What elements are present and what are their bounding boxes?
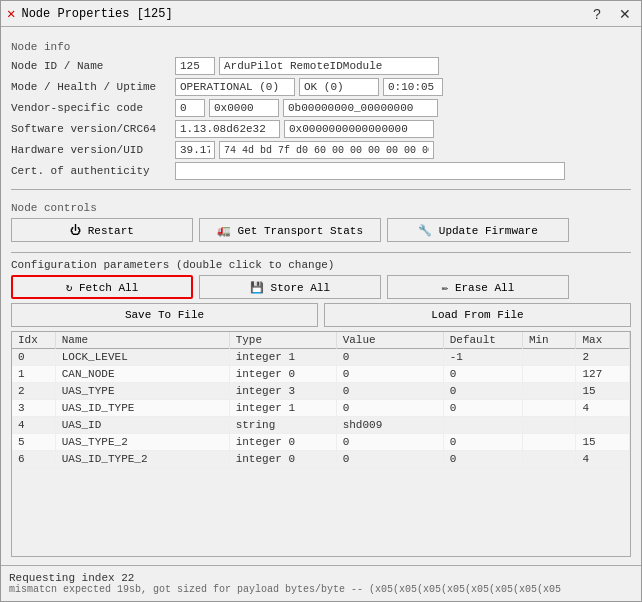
cell-name: CAN_NODE — [55, 366, 229, 383]
title-bar-controls: ? ✕ — [587, 4, 635, 24]
params-table-scroll[interactable]: Idx Name Type Value Default Min Max 0 LO… — [12, 332, 630, 556]
cell-type: integer 3 — [229, 383, 336, 400]
cell-idx: 0 — [12, 349, 55, 366]
cell-default: 0 — [443, 451, 522, 468]
cell-type: integer 0 — [229, 451, 336, 468]
software-label: Software version/CRC64 — [11, 123, 171, 135]
cell-value: 0 — [336, 349, 443, 366]
cell-type: integer 0 — [229, 434, 336, 451]
transport-stats-button[interactable]: 🚛 Get Transport Stats — [199, 218, 381, 242]
col-header-idx: Idx — [12, 332, 55, 349]
window-icon: ✕ — [7, 5, 15, 22]
cell-min — [522, 417, 576, 434]
cell-idx: 5 — [12, 434, 55, 451]
software-v1-field[interactable] — [175, 120, 280, 138]
node-id-field[interactable] — [175, 57, 215, 75]
table-row[interactable]: 2 UAS_TYPE integer 3 0 0 15 — [12, 383, 630, 400]
cell-min — [522, 366, 576, 383]
fetch-all-button[interactable]: ↻ Fetch All — [11, 275, 193, 299]
cell-min — [522, 434, 576, 451]
cell-default: 0 — [443, 383, 522, 400]
restart-button[interactable]: ⏻ Restart — [11, 218, 193, 242]
cell-min — [522, 383, 576, 400]
vendor-label: Vendor-specific code — [11, 102, 171, 114]
cell-idx: 3 — [12, 400, 55, 417]
hardware-v1-field[interactable] — [175, 141, 215, 159]
window-title: Node Properties [125] — [21, 7, 172, 21]
node-properties-window: ✕ Node Properties [125] ? ✕ Node info No… — [0, 0, 642, 602]
uptime-field[interactable] — [383, 78, 443, 96]
vendor-row: Vendor-specific code — [11, 99, 631, 117]
help-button[interactable]: ? — [587, 4, 607, 24]
cell-idx: 6 — [12, 451, 55, 468]
table-row[interactable]: 5 UAS_TYPE_2 integer 0 0 0 15 — [12, 434, 630, 451]
cell-name: UAS_ID_TYPE — [55, 400, 229, 417]
cell-default: 0 — [443, 366, 522, 383]
cert-field[interactable] — [175, 162, 565, 180]
divider-2 — [11, 252, 631, 253]
table-row[interactable]: 1 CAN_NODE integer 0 0 0 127 — [12, 366, 630, 383]
cell-value: 0 — [336, 451, 443, 468]
cell-max: 2 — [576, 349, 630, 366]
health-field[interactable] — [299, 78, 379, 96]
node-controls-label: Node controls — [11, 202, 631, 214]
cell-value: 0 — [336, 400, 443, 417]
cell-name: UAS_TYPE — [55, 383, 229, 400]
cell-max: 4 — [576, 400, 630, 417]
hardware-row: Hardware version/UID — [11, 141, 631, 159]
cell-name: LOCK_LEVEL — [55, 349, 229, 366]
load-from-file-button[interactable]: Load From File — [324, 303, 631, 327]
cert-row: Cert. of authenticity — [11, 162, 631, 180]
update-firmware-button[interactable]: 🔧 Update Firmware — [387, 218, 569, 242]
table-row[interactable]: 3 UAS_ID_TYPE integer 1 0 0 4 — [12, 400, 630, 417]
title-bar-left: ✕ Node Properties [125] — [7, 5, 173, 22]
cell-value: 0 — [336, 383, 443, 400]
cell-value: 0 — [336, 434, 443, 451]
erase-all-button[interactable]: ✏ Erase All — [387, 275, 569, 299]
cell-value: shd009 — [336, 417, 443, 434]
cell-default — [443, 417, 522, 434]
status-line1: Requesting index 22 — [9, 572, 633, 584]
node-name-field[interactable] — [219, 57, 439, 75]
table-row[interactable]: 6 UAS_ID_TYPE_2 integer 0 0 0 4 — [12, 451, 630, 468]
save-to-file-button[interactable]: Save To File — [11, 303, 318, 327]
cell-name: UAS_TYPE_2 — [55, 434, 229, 451]
store-all-button[interactable]: 💾 Store All — [199, 275, 381, 299]
cell-max: 4 — [576, 451, 630, 468]
params-table-wrapper: Idx Name Type Value Default Min Max 0 LO… — [11, 331, 631, 557]
table-row[interactable]: 4 UAS_ID string shd009 — [12, 417, 630, 434]
close-button[interactable]: ✕ — [615, 4, 635, 24]
cell-min — [522, 400, 576, 417]
vendor-v3-field[interactable] — [283, 99, 438, 117]
mode-health-row: Mode / Health / Uptime — [11, 78, 631, 96]
table-row[interactable]: 0 LOCK_LEVEL integer 1 0 -1 2 — [12, 349, 630, 366]
cell-name: UAS_ID — [55, 417, 229, 434]
status-line2: mismatcn expected 19sb, got sized for pa… — [9, 584, 633, 595]
cell-min — [522, 451, 576, 468]
divider-1 — [11, 189, 631, 190]
cell-type: integer 0 — [229, 366, 336, 383]
software-v2-field[interactable] — [284, 120, 434, 138]
cell-type: integer 1 — [229, 400, 336, 417]
mode-field[interactable] — [175, 78, 295, 96]
cell-value: 0 — [336, 366, 443, 383]
hardware-v2-field[interactable] — [219, 141, 434, 159]
vendor-v2-field[interactable] — [209, 99, 279, 117]
cell-default: 0 — [443, 434, 522, 451]
cell-max: 15 — [576, 434, 630, 451]
col-header-min: Min — [522, 332, 576, 349]
cell-type: string — [229, 417, 336, 434]
cell-idx: 4 — [12, 417, 55, 434]
status-bar: Requesting index 22 mismatcn expected 19… — [1, 565, 641, 601]
col-header-default: Default — [443, 332, 522, 349]
cell-default: -1 — [443, 349, 522, 366]
title-bar: ✕ Node Properties [125] ? ✕ — [1, 1, 641, 27]
software-row: Software version/CRC64 — [11, 120, 631, 138]
node-id-label: Node ID / Name — [11, 60, 171, 72]
mode-health-label: Mode / Health / Uptime — [11, 81, 171, 93]
col-header-max: Max — [576, 332, 630, 349]
vendor-v1-field[interactable] — [175, 99, 205, 117]
col-header-name: Name — [55, 332, 229, 349]
cell-max: 127 — [576, 366, 630, 383]
cell-type: integer 1 — [229, 349, 336, 366]
